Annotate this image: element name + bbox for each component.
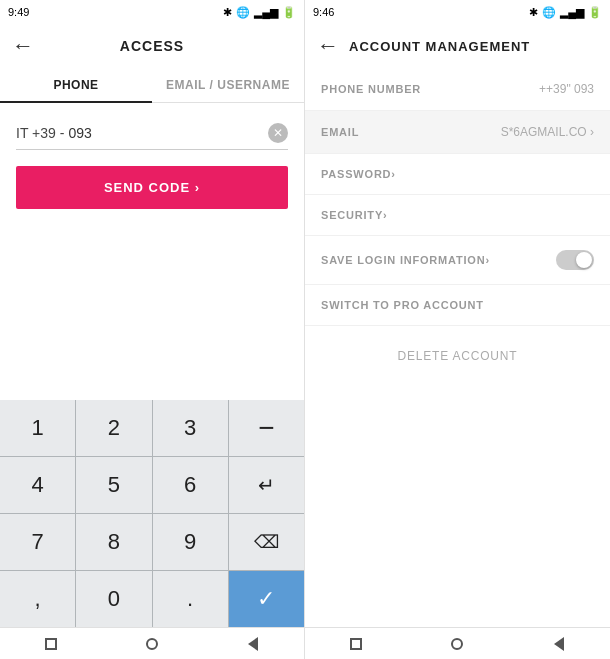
left-status-time: 9:49 <box>8 6 223 18</box>
left-tabs: PHONE EMAIL / USERNAME <box>0 68 304 103</box>
key-comma[interactable]: , <box>0 571 75 627</box>
numpad-area: 1 2 3 − 4 5 6 ↵ 7 8 9 ⌫ , 0 . ✓ <box>0 400 304 627</box>
key-6[interactable]: 6 <box>153 457 228 513</box>
delete-account-row[interactable]: DELETE ACCOUNT <box>305 326 610 384</box>
left-status-icons: ✱ 🌐 ▂▄▆ 🔋 <box>223 6 296 19</box>
phone-number-input[interactable] <box>68 125 268 141</box>
key-8[interactable]: 8 <box>76 514 151 570</box>
right-title: ACCOUNT MANAGEMENT <box>349 39 530 54</box>
key-5[interactable]: 5 <box>76 457 151 513</box>
battery-icon: 🔋 <box>282 6 296 19</box>
account-list: PHONE NUMBER ++39" 093 EMAIL S*6AGMAIL.C… <box>305 68 610 627</box>
nav-circle-icon[interactable] <box>143 635 161 653</box>
right-top-bar: ← ACCOUNT MANAGEMENT <box>305 24 610 68</box>
account-row-password[interactable]: PASSWORD› <box>305 154 610 195</box>
wifi-icon: 🌐 <box>236 6 250 19</box>
right-signal-icon: ▂▄▆ <box>560 6 584 19</box>
key-1[interactable]: 1 <box>0 400 75 456</box>
right-status-icons: ✱ 🌐 ▂▄▆ 🔋 <box>529 6 602 19</box>
numpad-grid: 1 2 3 − 4 5 6 ↵ 7 8 9 ⌫ , 0 . ✓ <box>0 400 304 627</box>
nav-square-icon[interactable] <box>42 635 60 653</box>
nav-triangle-icon[interactable] <box>244 635 262 653</box>
clear-phone-button[interactable]: ✕ <box>268 123 288 143</box>
key-2[interactable]: 2 <box>76 400 151 456</box>
right-wifi-icon: 🌐 <box>542 6 556 19</box>
right-nav-circle-icon[interactable] <box>448 635 466 653</box>
key-dot[interactable]: . <box>153 571 228 627</box>
toggle-knob <box>576 252 592 268</box>
phone-number-label: PHONE NUMBER <box>321 83 421 95</box>
phone-number-value: ++39" 093 <box>539 82 594 96</box>
phone-prefix: IT +39 - <box>16 125 64 141</box>
key-7[interactable]: 7 <box>0 514 75 570</box>
left-panel: 9:49 ✱ 🌐 ▂▄▆ 🔋 ← ACCESS PHONE EMAIL / US… <box>0 0 305 659</box>
input-section: IT +39 - ✕ SEND CODE › <box>0 103 304 221</box>
email-label: EMAIL <box>321 126 359 138</box>
account-row-switch-pro[interactable]: SWITCH TO PRO ACCOUNT <box>305 285 610 326</box>
password-label: PASSWORD› <box>321 168 396 180</box>
save-login-toggle[interactable] <box>556 250 594 270</box>
right-status-time: 9:46 <box>313 6 529 18</box>
right-panel: 9:46 ✱ 🌐 ▂▄▆ 🔋 ← ACCOUNT MANAGEMENT PHON… <box>305 0 610 659</box>
send-code-button[interactable]: SEND CODE › <box>16 166 288 209</box>
right-bluetooth-icon: ✱ <box>529 6 538 19</box>
account-row-email[interactable]: EMAIL S*6AGMAIL.CO › <box>305 111 610 154</box>
key-minus[interactable]: − <box>229 400 304 456</box>
account-row-security[interactable]: SECURITY› <box>305 195 610 236</box>
right-nav-triangle-icon[interactable] <box>550 635 568 653</box>
left-back-button[interactable]: ← <box>12 33 34 59</box>
account-row-save-login[interactable]: SAVE LOGIN INFORMATION› <box>305 236 610 285</box>
key-confirm[interactable]: ✓ <box>229 571 304 627</box>
email-value: S*6AGMAIL.CO › <box>501 125 594 139</box>
right-status-bar: 9:46 ✱ 🌐 ▂▄▆ 🔋 <box>305 0 610 24</box>
key-9[interactable]: 9 <box>153 514 228 570</box>
key-4[interactable]: 4 <box>0 457 75 513</box>
delete-account-label: DELETE ACCOUNT <box>398 349 518 363</box>
tab-email-username[interactable]: EMAIL / USERNAME <box>152 68 304 102</box>
right-battery-icon: 🔋 <box>588 6 602 19</box>
phone-input-row: IT +39 - ✕ <box>16 123 288 150</box>
left-top-bar: ← ACCESS <box>0 24 304 68</box>
signal-icon: ▂▄▆ <box>254 6 278 19</box>
key-0[interactable]: 0 <box>76 571 151 627</box>
security-label: SECURITY› <box>321 209 387 221</box>
bluetooth-icon: ✱ <box>223 6 232 19</box>
account-row-phone[interactable]: PHONE NUMBER ++39" 093 <box>305 68 610 111</box>
key-enter[interactable]: ↵ <box>229 457 304 513</box>
right-nav-square-icon[interactable] <box>347 635 365 653</box>
tab-phone[interactable]: PHONE <box>0 68 152 102</box>
key-3[interactable]: 3 <box>153 400 228 456</box>
left-nav-bar <box>0 627 304 659</box>
left-title: ACCESS <box>120 38 184 54</box>
left-status-bar: 9:49 ✱ 🌐 ▂▄▆ 🔋 <box>0 0 304 24</box>
key-backspace[interactable]: ⌫ <box>229 514 304 570</box>
save-login-label: SAVE LOGIN INFORMATION› <box>321 254 490 266</box>
right-nav-bar <box>305 627 610 659</box>
switch-pro-label: SWITCH TO PRO ACCOUNT <box>321 299 484 311</box>
right-back-button[interactable]: ← <box>317 33 339 59</box>
